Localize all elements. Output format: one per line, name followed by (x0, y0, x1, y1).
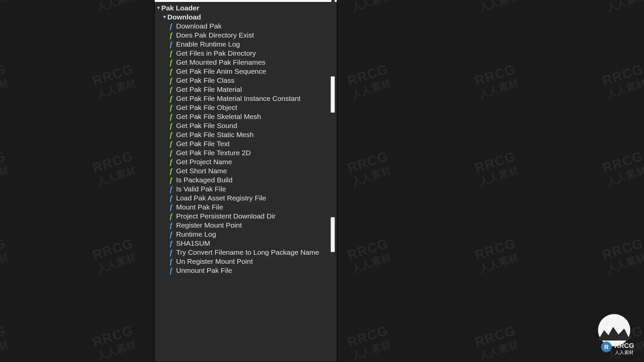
watermark-text: 人人素材 (95, 0, 140, 14)
watermark: RRCG人人素材 (91, 323, 140, 362)
function-item[interactable]: fGet Files in Pak Directory (155, 49, 337, 58)
function-f-icon: f (168, 40, 174, 49)
watermark-text: 人人素材 (350, 75, 394, 102)
function-item[interactable]: fGet Pak File Object (155, 103, 337, 112)
context-menu-panel: ▾ Pak Loader ▾ Download fDownload PakfDo… (154, 0, 337, 362)
watermark: RRCG人人素材 (473, 0, 522, 14)
watermark: RRCG人人素材 (600, 0, 644, 14)
function-item[interactable]: fGet Pak File Static Mesh (155, 130, 337, 139)
watermark-text: RRCG (473, 0, 518, 1)
function-item[interactable]: fSHA1SUM (155, 239, 337, 248)
watermark-text: RRCG (0, 236, 8, 263)
watermark: RRCG人人素材 (345, 236, 394, 276)
watermark: RRCG人人素材 (345, 148, 394, 189)
watermark-text: 人人素材 (95, 337, 140, 362)
function-item[interactable]: fGet Mounted Pak Filenames (155, 58, 337, 67)
function-f-icon: f (168, 202, 174, 212)
function-item[interactable]: fRuntime Log (155, 230, 337, 239)
watermark: RRCG人人素材 (0, 148, 12, 189)
function-item[interactable]: fGet Pak File Class (155, 76, 337, 85)
function-item[interactable]: fGet Pak File Texture 2D (155, 148, 337, 157)
function-item[interactable]: fGet Project Name (155, 157, 337, 166)
function-f-icon: f (168, 67, 174, 76)
watermark: RRCG人人素材 (600, 148, 644, 189)
watermark-text: RRCG (0, 61, 8, 89)
function-f-icon: f (168, 148, 174, 157)
watermark-text: RRCG (600, 61, 644, 89)
watermark-text: RRCG (600, 323, 644, 350)
watermark: RRCG人人素材 (91, 0, 140, 14)
function-label: Runtime Log (176, 230, 216, 239)
function-f-icon: f (168, 193, 174, 202)
watermark-text: RRCG (0, 0, 8, 1)
function-item[interactable]: fEnable Runtime Log (155, 40, 337, 49)
category-download[interactable]: ▾ Download (155, 12, 337, 21)
function-item[interactable]: fLoad Pak Asset Registry File (155, 193, 337, 202)
function-label: Get Pak File Object (176, 103, 237, 112)
watermark-text: 人人素材 (478, 75, 522, 102)
function-label: Get Pak File Text (176, 139, 230, 148)
function-label: Project Persistent Download Dir (176, 212, 275, 221)
watermark-text: RRCG (91, 61, 136, 89)
function-item[interactable]: fUn Register Mount Point (155, 257, 337, 266)
function-item[interactable]: fIs Valid Pak File (155, 184, 337, 193)
function-label: Is Valid Pak File (176, 184, 226, 193)
function-f-icon: f (168, 21, 174, 31)
chevron-down-icon: ▾ (162, 12, 167, 21)
watermark-text: 人人素材 (478, 250, 522, 276)
function-label: Mount Pak File (176, 202, 223, 212)
function-item[interactable]: fIs Packaged Build (155, 175, 337, 184)
watermark-text: 人人素材 (95, 75, 140, 102)
watermark: RRCG人人素材 (473, 323, 522, 362)
category-label: Pak Loader (161, 3, 199, 12)
scrollbar-thumb[interactable] (331, 217, 335, 252)
function-item[interactable]: fRegister Mount Point (155, 221, 337, 230)
scrollbar-track[interactable] (331, 3, 335, 359)
function-item[interactable]: fGet Short Name (155, 166, 337, 175)
watermark: RRCG人人素材 (473, 236, 522, 276)
function-label: Register Mount Point (176, 221, 242, 230)
watermark-text: RRCG (473, 236, 518, 263)
search-bar[interactable] (155, 0, 337, 3)
function-f-icon: f (168, 58, 174, 67)
svg-point-0 (598, 314, 630, 346)
category-pak-loader[interactable]: ▾ Pak Loader (155, 3, 337, 12)
watermark-text: RRCG (600, 148, 644, 176)
function-item[interactable]: fTry Convert Filename to Long Package Na… (155, 248, 337, 257)
watermark-text: 人人素材 (605, 337, 644, 362)
watermark: RRCG人人素材 (91, 148, 140, 189)
function-label: SHA1SUM (176, 239, 210, 248)
function-item[interactable]: fGet Pak File Material (155, 85, 337, 94)
function-item[interactable]: fDownload Pak (155, 21, 337, 31)
watermark-text: 人人素材 (605, 250, 644, 276)
function-f-icon: f (168, 85, 174, 94)
function-item[interactable]: fUnmount Pak File (155, 266, 337, 275)
watermark: RRCG人人素材 (0, 61, 12, 102)
watermark: RRCG人人素材 (473, 148, 522, 189)
watermark: RRCG人人素材 (345, 61, 394, 102)
function-f-icon: f (168, 130, 174, 139)
function-item[interactable]: fGet Pak File Anim Sequence (155, 67, 337, 76)
scrollbar-thumb[interactable] (331, 76, 335, 113)
function-label: Get Pak File Anim Sequence (176, 67, 266, 76)
function-f-icon: f (168, 31, 174, 40)
function-label: Get Pak File Texture 2D (176, 148, 251, 157)
function-label: Does Pak Directory Exist (176, 31, 254, 40)
function-label: Get Pak File Material (176, 85, 242, 94)
watermark-text: RRCG (473, 61, 518, 89)
watermark-text: RRCG (0, 148, 8, 176)
function-item[interactable]: fProject Persistent Download Dir (155, 212, 337, 221)
function-f-icon: f (168, 121, 174, 130)
watermark-text: RRCG (345, 236, 390, 263)
function-item[interactable]: fGet Pak File Text (155, 139, 337, 148)
function-item[interactable]: fDoes Pak Directory Exist (155, 31, 337, 40)
watermark: RRCG人人素材 (473, 61, 522, 102)
function-item[interactable]: fGet Pak File Sound (155, 121, 337, 130)
function-f-icon: f (168, 112, 174, 121)
function-label: Unmount Pak File (176, 266, 232, 275)
function-item[interactable]: fGet Pak File Skeletal Mesh (155, 112, 337, 121)
watermark-text: 人人素材 (95, 250, 140, 276)
function-item[interactable]: fGet Pak File Material Instance Constant (155, 94, 337, 103)
function-item[interactable]: fMount Pak File (155, 202, 337, 212)
function-label: Get Short Name (176, 166, 227, 175)
